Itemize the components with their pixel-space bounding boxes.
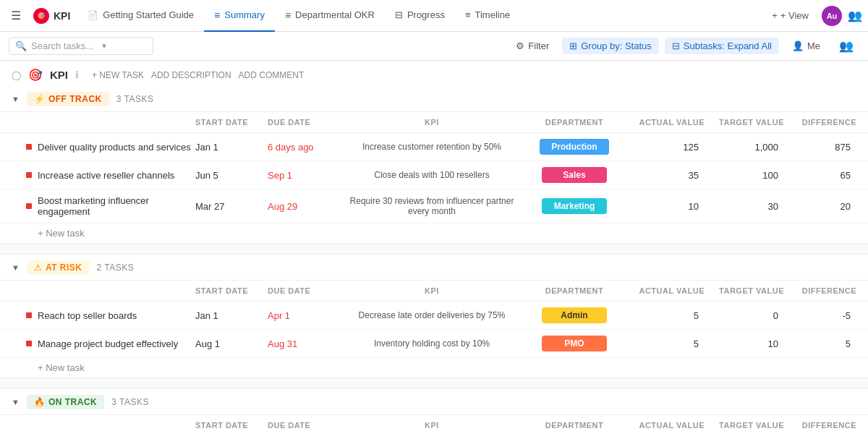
task-dot-icon <box>26 172 32 178</box>
col-diff: DIFFERENCE <box>784 115 856 129</box>
start-date: Jan 1 <box>195 310 268 321</box>
section-divider <box>0 377 868 389</box>
subtasks-button[interactable]: ⊟ Subtasks: Expand All <box>665 38 779 54</box>
people-icon[interactable]: 👥 <box>848 9 862 22</box>
subtasks-label: Subtasks: Expand All <box>684 40 772 51</box>
diff-value: 5 <box>784 338 856 349</box>
logo-icon: 🎯 <box>33 8 49 24</box>
list-icon: ≡ <box>285 9 291 21</box>
collapse-kpi-button[interactable]: ◯ <box>12 70 21 80</box>
main-content: ◯ 🎯 KPI ℹ + NEW TASK ADD DESCRIPTION ADD… <box>0 61 868 431</box>
search-box[interactable]: 🔍 Search tasks... ▼ <box>9 37 153 55</box>
chevron-down-icon: ▼ <box>12 263 20 272</box>
tab-getting-started[interactable]: 📄 Getting Started Guide <box>77 0 204 32</box>
tab-progress[interactable]: ⊟ Progress <box>385 0 455 32</box>
task-name[interactable]: Manage project budget effectively <box>38 338 178 349</box>
subtasks-icon: ⊟ <box>672 40 680 51</box>
me-label: Me <box>807 40 820 51</box>
section-header-off-track[interactable]: ▼ ⚡ OFF TRACK 3 TASKS <box>0 86 868 112</box>
new-task-row[interactable]: + New task <box>0 358 868 377</box>
kpi-header-row: ◯ 🎯 KPI ℹ + NEW TASK ADD DESCRIPTION ADD… <box>0 61 868 86</box>
diff-value: 875 <box>784 142 856 153</box>
fire-icon: 🔥 <box>34 397 45 407</box>
person-icon: 👤 <box>792 40 804 51</box>
plus-icon: + <box>772 10 778 21</box>
add-description-button[interactable]: ADD DESCRIPTION <box>151 70 231 80</box>
toolbar-right: ⚙ Filter ⊞ Group by: Status ⊟ Subtasks: … <box>509 36 859 56</box>
task-count-at-risk: 2 TASKS <box>97 263 135 273</box>
new-task-row[interactable]: + New task <box>0 223 868 243</box>
top-nav: ☰ 🎯 KPI 📄 Getting Started Guide ≡ Summar… <box>0 0 868 32</box>
tab-departmental-okr[interactable]: ≡ Departmental OKR <box>275 0 385 32</box>
add-comment-button[interactable]: ADD COMMENT <box>239 70 305 80</box>
task-name[interactable]: Deliver quality products and services <box>38 142 191 153</box>
tab-label: Progress <box>407 9 445 20</box>
group-by-button[interactable]: ⊞ Group by: Status <box>562 38 659 54</box>
tab-timeline[interactable]: ≡ Timeline <box>455 0 520 32</box>
kpi-logo[interactable]: 🎯 KPI <box>26 8 77 24</box>
actual-value: 5 <box>632 338 705 349</box>
search-placeholder: Search tasks... <box>31 40 93 51</box>
start-date: Mar 27 <box>195 201 268 212</box>
start-date: Jan 1 <box>195 142 268 153</box>
warning-icon: ⚠ <box>34 263 42 273</box>
new-task-button[interactable]: + NEW TASK <box>92 70 144 80</box>
task-name[interactable]: Reach top seller boards <box>38 310 137 321</box>
dept-cell: Production <box>516 139 632 155</box>
filter-button[interactable]: ⚙ Filter <box>509 38 556 54</box>
tab-label: Departmental OKR <box>295 9 375 20</box>
due-date: Aug 31 <box>268 338 347 349</box>
due-date: 6 days ago <box>268 142 347 153</box>
task-count-on-track: 3 TASKS <box>111 397 149 407</box>
section-off-track: ▼ ⚡ OFF TRACK 3 TASKS START DATE DUE DAT… <box>0 86 868 243</box>
kpi-value: Close deals with 100 resellers <box>347 170 516 180</box>
task-name[interactable]: Increase active reseller channels <box>38 170 174 181</box>
col-actual: ACTUAL VALUE <box>632 115 705 129</box>
add-view-button[interactable]: + + View <box>765 7 816 24</box>
collaborators-icon[interactable]: 👥 <box>833 36 859 56</box>
section-header-at-risk[interactable]: ▼ ⚠ AT RISK 2 TASKS <box>0 255 868 281</box>
target-value: 30 <box>705 201 784 212</box>
tab-label: Summary <box>224 9 265 20</box>
section-at-risk: ▼ ⚠ AT RISK 2 TASKS START DATE DUE DATE … <box>0 255 868 377</box>
task-name[interactable]: Boost marketing influencer engagement <box>38 195 195 217</box>
dept-cell: PMO <box>516 336 632 351</box>
actual-value: 125 <box>632 142 705 153</box>
filter-icon: ⚙ <box>516 40 524 51</box>
target-value: 100 <box>705 170 784 181</box>
user-avatar[interactable]: Au <box>822 6 842 26</box>
task-dot-icon <box>26 144 32 150</box>
kpi-target-icon: 🎯 <box>28 68 43 82</box>
table-row: Deliver quality products and services Ja… <box>0 133 868 161</box>
task-name-cell: Manage project budget effectively <box>26 338 195 349</box>
hamburger-icon[interactable]: ☰ <box>6 6 26 26</box>
progress-icon: ⊟ <box>395 9 403 20</box>
off-track-badge: ⚡ OFF TRACK <box>27 92 109 106</box>
page-title: KPI <box>50 69 68 81</box>
toolbar: 🔍 Search tasks... ▼ ⚙ Filter ⊞ Group by:… <box>0 32 868 61</box>
target-value: 10 <box>705 338 784 349</box>
due-date: Sep 1 <box>268 170 347 181</box>
dept-cell: Admin <box>516 307 632 323</box>
table-row: Manage project budget effectively Aug 1 … <box>0 330 868 358</box>
col-due: DUE DATE <box>268 115 347 129</box>
dept-cell: Sales <box>516 167 632 183</box>
task-count-off-track: 3 TASKS <box>116 94 154 104</box>
task-name-cell: Deliver quality products and services <box>26 142 195 153</box>
tab-summary[interactable]: ≡ Summary <box>204 0 275 32</box>
col-kpi: KPI <box>347 115 516 129</box>
table-row: Reach top seller boards Jan 1 Apr 1 Decr… <box>0 302 868 330</box>
kpi-value: Decrease late order deliveries by 75% <box>347 310 516 320</box>
start-date: Jun 5 <box>195 170 268 181</box>
dept-badge: Admin <box>542 307 607 323</box>
tab-label: Getting Started Guide <box>103 9 194 20</box>
info-icon[interactable]: ℹ <box>75 69 79 80</box>
lightning-icon: ⚡ <box>34 94 45 104</box>
section-header-on-track[interactable]: ▼ 🔥 ON TRACK 3 TASKS <box>0 389 868 415</box>
me-button[interactable]: 👤 Me <box>785 38 827 54</box>
search-icon: 🔍 <box>15 40 27 51</box>
on-track-badge: 🔥 ON TRACK <box>27 395 104 409</box>
task-dot-icon <box>26 341 32 346</box>
target-value: 1,000 <box>705 142 784 153</box>
nav-right: + + View Au 👥 <box>765 6 862 26</box>
